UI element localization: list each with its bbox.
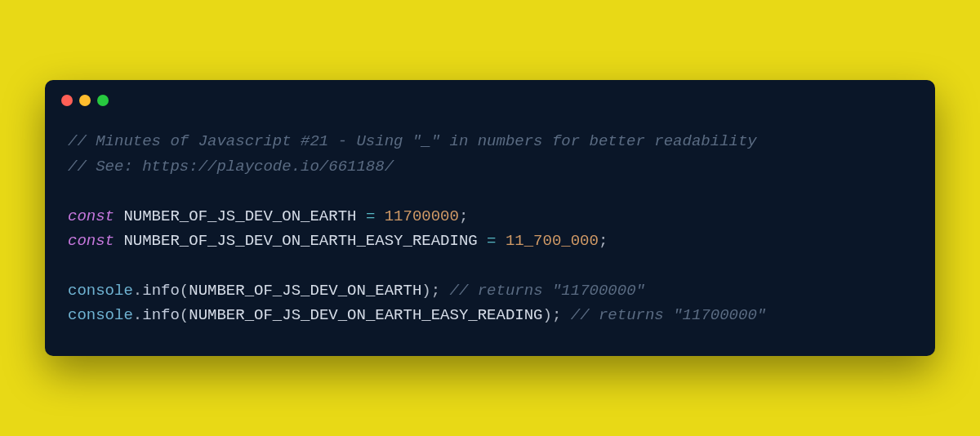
argument: NUMBER_OF_JS_DEV_ON_EARTH_EASY_READING — [189, 306, 542, 324]
close-icon[interactable] — [61, 95, 73, 106]
open-paren: ( — [180, 282, 189, 300]
semicolon: ; — [599, 232, 608, 250]
console-object: console — [68, 306, 133, 324]
semicolon: ; — [431, 282, 440, 300]
keyword-const: const — [68, 207, 114, 225]
equals-operator: = — [366, 207, 375, 225]
console-object: console — [68, 282, 133, 300]
equals-operator: = — [487, 232, 496, 250]
dot-separator: . — [133, 306, 142, 324]
comment-line-1: // Minutes of Javascript #21 - Using "_"… — [68, 132, 757, 150]
zoom-icon[interactable] — [97, 95, 109, 106]
number-literal: 11_700_000 — [497, 232, 599, 250]
code-window: // Minutes of Javascript #21 - Using "_"… — [45, 80, 935, 355]
code-editor[interactable]: // Minutes of Javascript #21 - Using "_"… — [45, 113, 935, 355]
close-paren: ) — [543, 306, 552, 324]
dot-separator: . — [133, 282, 142, 300]
variable-name: NUMBER_OF_JS_DEV_ON_EARTH_EASY_READING — [114, 232, 487, 250]
argument: NUMBER_OF_JS_DEV_ON_EARTH — [189, 282, 421, 300]
titlebar — [45, 80, 935, 113]
semicolon: ; — [459, 207, 468, 225]
inline-comment: // returns "11700000" — [561, 306, 766, 324]
close-paren: ) — [421, 282, 430, 300]
method-name: info — [142, 282, 180, 300]
variable-name: NUMBER_OF_JS_DEV_ON_EARTH — [114, 207, 366, 225]
keyword-const: const — [68, 232, 114, 250]
method-name: info — [142, 306, 180, 324]
semicolon: ; — [552, 306, 561, 324]
number-literal: 11700000 — [375, 207, 459, 225]
minimize-icon[interactable] — [79, 95, 91, 106]
inline-comment: // returns "11700000" — [440, 282, 645, 300]
open-paren: ( — [180, 306, 189, 324]
comment-line-2: // See: https://playcode.io/661188/ — [68, 158, 394, 176]
